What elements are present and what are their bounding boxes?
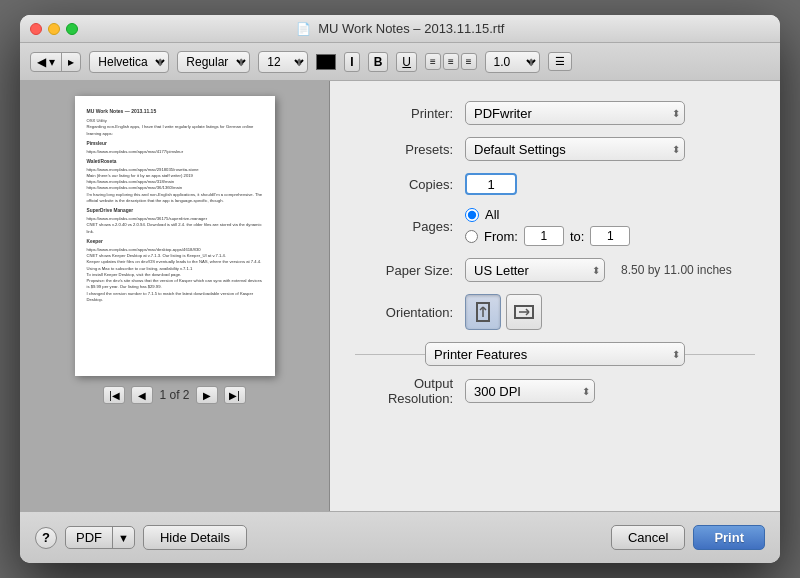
from-label: From: [484,229,518,244]
paper-size-label: Paper Size: [355,263,465,278]
page-preview: MU Work Notes — 2013.11.15 OSX Utility R… [75,96,275,376]
doc-title: MU Work Notes — 2013.11.15 [87,108,263,115]
divider-right [685,354,755,355]
orientation-control [465,294,755,330]
pages-label: Pages: [355,219,465,234]
font-size-wrapper: 12 [258,51,308,73]
toolbar-forward-btn[interactable]: ▸ [62,53,80,71]
pdf-dropdown-btn[interactable]: ▼ [113,527,134,548]
printer-label: Printer: [355,106,465,121]
font-size-select[interactable]: 12 [258,51,308,73]
from-page-input[interactable] [524,226,564,246]
align-left-btn[interactable]: ≡ [425,53,441,70]
prev-page-btn[interactable]: ◀ [131,386,153,404]
document-preview-area: MU Work Notes — 2013.11.15 OSX Utility R… [20,81,330,511]
presets-label: Presets: [355,142,465,157]
last-page-btn[interactable]: ▶| [224,386,246,404]
output-resolution-label: Output Resolution: [355,376,465,406]
align-right-btn[interactable]: ≡ [461,53,477,70]
pages-from-row: From: to: [465,226,755,246]
first-page-btn[interactable]: |◀ [103,386,125,404]
doc-section-2: Walet/Roseta [87,159,263,166]
font-family-select[interactable]: Helvetica [89,51,169,73]
doc-section-4: Keeper [87,239,263,246]
page-info: 1 of 2 [159,388,189,402]
font-style-wrapper: Regular [177,51,250,73]
doc-line-8: I'm having long exploring this and non-E… [87,192,263,205]
help-button[interactable]: ? [35,527,57,549]
line-spacing-select[interactable]: 1.0 [485,51,540,73]
titlebar: 📄 MU Work Notes – 2013.11.15.rtf [20,15,780,43]
preview-fade [75,346,275,376]
toolbar: ◀ ▾ ▸ Helvetica Regular 12 I B U ≡ ≡ ≡ [20,43,780,81]
landscape-icon [514,304,534,320]
paper-size-select-wrapper: US Letter [465,258,605,282]
bottom-bar: ? PDF ▼ Hide Details Cancel Print [20,511,780,563]
window-title: 📄 MU Work Notes – 2013.11.15.rtf [296,21,505,36]
document-icon: 📄 [296,22,311,36]
traffic-lights [30,23,78,35]
portrait-icon [475,302,491,322]
line-spacing-wrapper: 1.0 [485,51,540,73]
landscape-btn[interactable] [506,294,542,330]
doc-section-3: SuperDrive Manager [87,208,263,215]
presets-select[interactable]: Default Settings [465,137,685,161]
doc-line-2: Regarding non-English apps, I have that … [87,124,263,137]
orientation-buttons [465,294,755,330]
document-text: MU Work Notes — 2013.11.15 OSX Utility R… [87,108,263,303]
pdf-label-btn[interactable]: PDF [66,527,113,548]
print-settings-panel: Printer: PDFwriter Presets: Default Sett… [330,81,780,511]
divider-left [355,354,425,355]
hide-details-btn[interactable]: Hide Details [143,525,247,550]
printer-features-divider: Printer Features [355,342,755,366]
portrait-btn[interactable] [465,294,501,330]
minimize-button[interactable] [48,23,60,35]
close-button[interactable] [30,23,42,35]
font-style-select[interactable]: Regular [177,51,250,73]
pages-all-radio[interactable] [465,208,479,222]
doc-line-13: Keeper updates their files on dev/OS eve… [87,259,263,265]
font-family-wrapper: Helvetica [89,51,169,73]
main-content: MU Work Notes — 2013.11.15 OSX Utility R… [20,81,780,511]
copies-input[interactable] [465,173,517,195]
toolbar-nav-group: ◀ ▾ ▸ [30,52,81,72]
list-btn[interactable]: ☰ [548,52,572,71]
alignment-group: ≡ ≡ ≡ [425,53,477,70]
to-label: to: [570,229,584,244]
next-page-btn[interactable]: ▶ [196,386,218,404]
printer-select-wrapper: PDFwriter [465,101,685,125]
paper-size-select[interactable]: US Letter [465,258,605,282]
underline-btn[interactable]: U [396,52,417,72]
color-picker[interactable] [316,54,336,70]
to-page-input[interactable] [590,226,630,246]
bold-btn[interactable]: B [368,52,389,72]
presets-row: Presets: Default Settings [355,137,755,161]
presets-select-wrapper: Default Settings [465,137,685,161]
orientation-label: Orientation: [355,305,465,320]
cancel-button[interactable]: Cancel [611,525,685,550]
printer-row: Printer: PDFwriter [355,101,755,125]
doc-line-16: Propwise: the dev's site shows that the … [87,278,263,291]
align-center-btn[interactable]: ≡ [443,53,459,70]
italic-btn[interactable]: I [344,52,359,72]
maximize-button[interactable] [66,23,78,35]
output-resolution-row: Output Resolution: 300 DPI [355,376,755,406]
copies-row: Copies: [355,173,755,195]
printer-select[interactable]: PDFwriter [465,101,685,125]
doc-line-10: CNET shows v.2.0.40 vs 2.0.94. Download … [87,222,263,235]
toolbar-back-btn[interactable]: ◀ ▾ [31,53,62,71]
print-dialog-window: 📄 MU Work Notes – 2013.11.15.rtf ◀ ▾ ▸ H… [20,15,780,563]
orientation-row: Orientation: [355,294,755,330]
output-resolution-control: 300 DPI [465,379,755,403]
printer-features-select[interactable]: Printer Features [425,342,685,366]
pages-all-label: All [485,207,499,222]
presets-control: Default Settings [465,137,755,161]
pages-range-radio[interactable] [465,230,478,243]
doc-section-1: Pimsleur [87,141,263,148]
output-resolution-select[interactable]: 300 DPI [465,379,595,403]
page-navigation: |◀ ◀ 1 of 2 ▶ ▶| [103,386,245,404]
paper-dimensions: 8.50 by 11.00 inches [621,263,732,277]
print-button[interactable]: Print [693,525,765,550]
copies-control [465,173,755,195]
output-resolution-select-wrapper: 300 DPI [465,379,595,403]
